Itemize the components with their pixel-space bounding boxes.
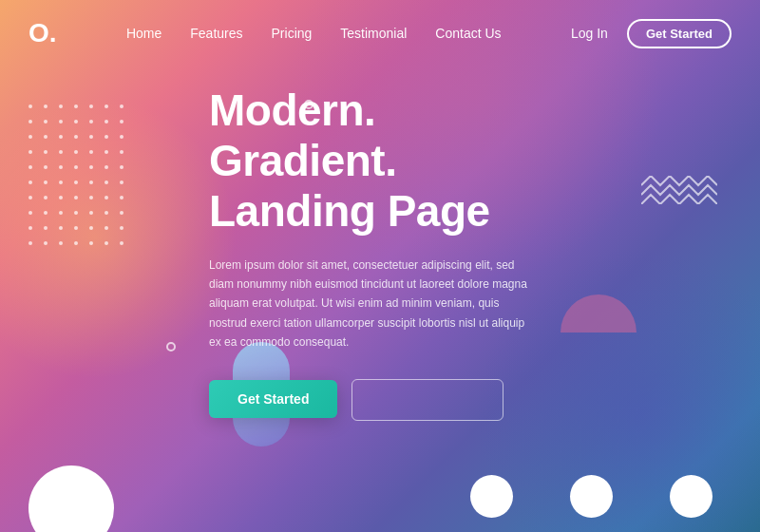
navbar: O. Home Features Pricing Testimonial Con…: [0, 0, 760, 66]
hero-title: Modern. Gradient. Landing Page: [209, 86, 570, 237]
small-circle-left: [166, 342, 176, 352]
dots-grid: [28, 104, 124, 256]
logo[interactable]: O.: [28, 18, 57, 48]
login-button[interactable]: Log In: [571, 26, 608, 41]
hero-body-text: Lorem ipsum dolor sit amet, consectetuer…: [209, 256, 532, 352]
hero-cta-group: Get Started: [209, 379, 570, 421]
nav-contact[interactable]: Contact Us: [435, 26, 501, 41]
hero-section: Modern. Gradient. Landing Page Lorem ips…: [209, 86, 570, 421]
hero-get-started-button[interactable]: Get Started: [209, 380, 337, 418]
hero-input-placeholder[interactable]: [352, 379, 504, 421]
bottom-circle-3: [570, 475, 613, 518]
nav-get-started-button[interactable]: Get Started: [627, 19, 732, 48]
nav-links: Home Features Pricing Testimonial Contac…: [126, 25, 502, 42]
nav-right: Log In Get Started: [571, 19, 732, 48]
bottom-circle-large: [28, 466, 114, 532]
nav-features[interactable]: Features: [190, 26, 242, 41]
zigzag-decoration: [641, 176, 717, 208]
bottom-circles: [0, 466, 760, 532]
nav-testimonial[interactable]: Testimonial: [340, 26, 407, 41]
nav-pricing[interactable]: Pricing: [272, 26, 313, 41]
bottom-circle-4: [670, 475, 712, 518]
nav-home[interactable]: Home: [126, 26, 162, 41]
bottom-circle-2: [470, 475, 513, 518]
